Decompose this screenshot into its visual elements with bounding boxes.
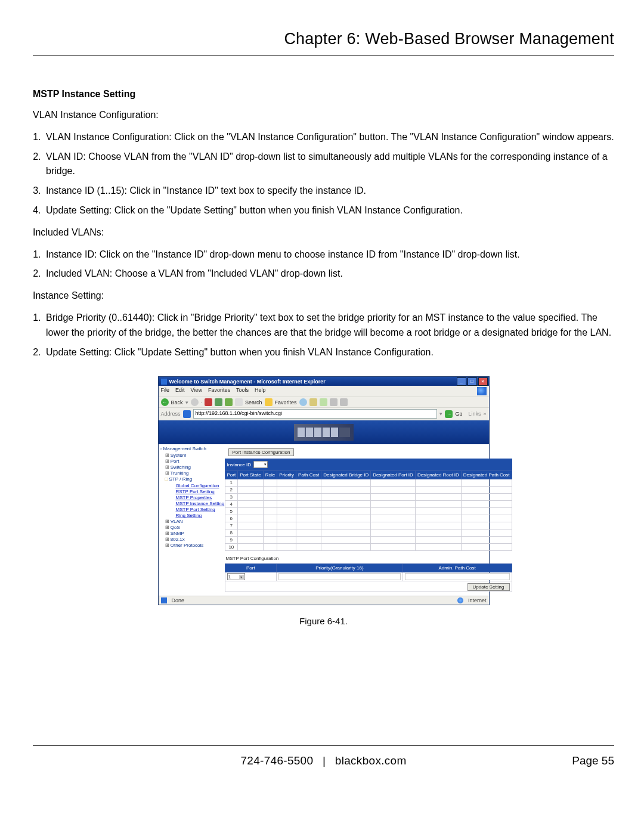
links-label[interactable]: Links	[468, 411, 481, 417]
mstp-col-path-cost: Admin. Path Cost	[402, 564, 512, 572]
instance-id-select[interactable]: ▾	[253, 461, 268, 468]
search-icon[interactable]	[235, 398, 243, 406]
window-maximize-button[interactable]: □	[467, 377, 477, 386]
tree-stp-ring[interactable]: STP / Ring	[165, 476, 220, 482]
menu-tools[interactable]: Tools	[236, 387, 249, 395]
footer-phone: 724-746-5500	[240, 754, 313, 767]
favorites-icon[interactable]	[265, 398, 273, 406]
table-row: 9	[225, 537, 512, 544]
tree-root[interactable]: ▫ Management Switch	[160, 446, 220, 451]
instance-id-label: Instance ID	[227, 462, 251, 467]
window-title: Welcome to Switch Management - Microsoft…	[169, 379, 326, 385]
cell-port: 5	[225, 508, 238, 515]
tree-trunking[interactable]: Trunking	[165, 470, 220, 476]
print-icon[interactable]	[320, 398, 327, 406]
menu-view[interactable]: View	[191, 387, 202, 395]
window-minimize-button[interactable]: _	[457, 377, 466, 386]
mstp-port-value: 1	[228, 574, 231, 580]
tree-global-config[interactable]: Global Configuration	[170, 483, 220, 488]
path-cost-input[interactable]	[405, 573, 510, 580]
refresh-icon[interactable]	[215, 398, 222, 406]
table-row: 3	[225, 494, 512, 501]
chapter-title: Chapter 6: Web-Based Browser Management	[33, 30, 614, 56]
tree-port[interactable]: Port	[165, 459, 220, 464]
priority-input[interactable]	[278, 573, 401, 580]
menu-favorites[interactable]: Favorites	[208, 387, 230, 395]
tree-rstp-port[interactable]: RSTP Port Setting	[170, 489, 220, 494]
tree-system[interactable]: System	[165, 453, 220, 458]
vlan-step: Instance ID (1..15): Click in "Instance …	[44, 184, 614, 199]
ie-window: Welcome to Switch Management - Microsoft…	[158, 376, 490, 605]
history-icon[interactable]	[299, 398, 307, 406]
table-row: 8	[225, 529, 512, 537]
cell-port: 7	[225, 522, 238, 529]
figure: Welcome to Switch Management - Microsoft…	[33, 376, 614, 626]
menu-edit[interactable]: Edit	[175, 387, 185, 395]
mstp-col-port: Port	[225, 564, 277, 572]
tree-snmp[interactable]: SNMP	[165, 531, 220, 536]
vlan-step: Update Setting: Click on the "Update Set…	[44, 203, 614, 218]
tree-switching[interactable]: Switching	[165, 465, 220, 470]
tree-qos[interactable]: QoS	[165, 525, 220, 530]
instance-steps: Bridge Priority (0..61440): Click in "Br…	[33, 311, 614, 360]
toolbar-icon[interactable]	[330, 398, 338, 406]
ie-logo-icon	[477, 387, 487, 395]
tree-mstp-instance[interactable]: MSTP Instance Setting	[170, 501, 220, 506]
ie-icon	[161, 379, 167, 385]
window-titlebar: Welcome to Switch Management - Microsoft…	[159, 377, 489, 386]
mail-icon[interactable]	[309, 398, 317, 406]
menu-file[interactable]: File	[161, 387, 170, 395]
mstp-port-select[interactable]: 1 ▾	[227, 573, 245, 580]
col-des-bridge: Designated Bridge ID	[321, 471, 371, 479]
search-label[interactable]: Search	[245, 400, 262, 405]
banner-image	[294, 424, 354, 441]
port-instance-config-button[interactable]: Port Instance Configuration	[228, 448, 295, 456]
tree-8021x[interactable]: 802.1x	[165, 537, 220, 542]
tree-vlan[interactable]: VLAN	[165, 519, 220, 524]
table-row: 4	[225, 501, 512, 508]
back-label[interactable]: Back	[171, 400, 183, 405]
stop-icon[interactable]	[205, 398, 212, 406]
go-icon[interactable]: →	[445, 410, 453, 418]
included-intro: Included VLANs:	[33, 225, 614, 240]
cell-port: 9	[225, 537, 238, 544]
footer-site: blackbox.com	[335, 754, 407, 767]
back-icon[interactable]: ←	[161, 398, 169, 406]
vlan-step: VLAN Instance Configuration: Click on th…	[44, 130, 614, 145]
toolbar-icon[interactable]	[340, 398, 348, 406]
switch-icon: ▫	[160, 446, 162, 451]
update-setting-button[interactable]: Update Setting	[467, 583, 510, 591]
main-panel: Port Instance Configuration Instance ID …	[221, 444, 515, 596]
col-des-path: Designated Path Cost	[461, 471, 512, 479]
col-port-state: Port State	[238, 471, 264, 479]
go-label[interactable]: Go	[455, 411, 462, 417]
tree-other[interactable]: Other Protocols	[165, 543, 220, 548]
tree-ring-setting[interactable]: Ring Setting	[170, 513, 220, 518]
forward-icon[interactable]	[191, 398, 199, 406]
instance-step: Bridge Priority (0..61440): Click in "Br…	[44, 311, 614, 340]
instance-intro: Instance Setting:	[33, 289, 614, 304]
toolbar: ← Back ▾ · Search Favorites	[159, 397, 489, 408]
status-done: Done	[172, 597, 185, 603]
mstp-port-config-heading: MSTP Port Configuration	[226, 556, 512, 561]
home-icon[interactable]	[225, 398, 233, 406]
cell-port: 6	[225, 515, 238, 522]
window-close-button[interactable]: ×	[478, 377, 488, 386]
table-row: 7	[225, 522, 512, 529]
cell-port: 1	[225, 479, 238, 487]
col-des-root: Designated Root ID	[415, 471, 461, 479]
menu-help[interactable]: Help	[255, 387, 266, 395]
vlan-steps: VLAN Instance Configuration: Click on th…	[33, 130, 614, 218]
tree-mstp-port[interactable]: MSTP Port Setting	[170, 507, 220, 512]
port-instance-table: Port Port State Role Priority Path Cost …	[225, 470, 512, 551]
favorites-label[interactable]: Favorites	[275, 400, 297, 405]
col-role: Role	[263, 471, 277, 479]
page-footer: 724-746-5500 | blackbox.com Page 55	[33, 745, 614, 767]
banner	[159, 420, 489, 444]
chevron-down-icon: ▾	[239, 575, 244, 579]
tree-root-label: Management Switch	[163, 446, 206, 451]
status-zone: Internet	[468, 597, 487, 603]
address-input[interactable]: http://192.168.1.10/cgi-bin/switch.cgi	[193, 409, 438, 419]
included-step: Instance ID: Click on the "Instance ID" …	[44, 247, 614, 262]
tree-mstp-properties[interactable]: MSTP Properties	[170, 495, 220, 500]
